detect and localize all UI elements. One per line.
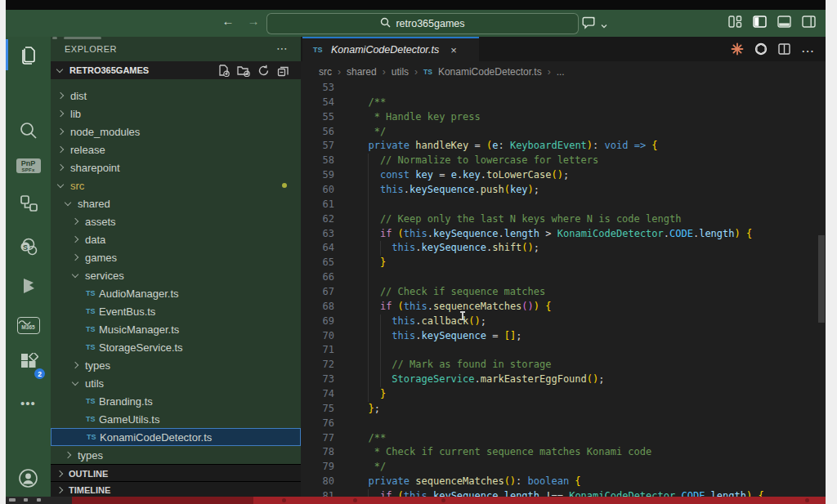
ts-file-icon: TS: [86, 343, 99, 351]
code-line-65[interactable]: 65 }: [301, 256, 826, 270]
tree-item-dist[interactable]: dist: [51, 87, 301, 105]
hierarchy-view-icon[interactable]: [6, 185, 51, 221]
toggle-secondary-sidebar-icon[interactable]: [802, 16, 816, 28]
code-editor[interactable]: 5354 /**55 * Handle key press56 */57 pri…: [301, 81, 826, 504]
workspace-section-header[interactable]: RETRO365GAMES: [51, 61, 301, 79]
tree-item-src[interactable]: src: [51, 176, 301, 194]
tree-item-shared[interactable]: shared: [51, 194, 301, 212]
code-text: this.keySequence.shift();: [356, 241, 539, 256]
code-line-72[interactable]: 72 // Mark as found in storage: [301, 358, 826, 372]
forward-button[interactable]: →: [245, 14, 262, 28]
tree-item-types[interactable]: types: [51, 446, 301, 464]
breadcrumb-item[interactable]: shared: [347, 66, 377, 78]
split-editor-icon[interactable]: [778, 43, 790, 58]
toggle-primary-sidebar-icon[interactable]: [753, 16, 767, 28]
tree-item-eventbus-ts[interactable]: TSEventBus.ts: [51, 302, 301, 320]
chat-icon[interactable]: [582, 16, 598, 33]
code-line-59[interactable]: 59 const key = e.key.toLowerCase();: [301, 168, 826, 183]
code-line-73[interactable]: 73 StorageService.markEasterEggFound();: [301, 372, 826, 387]
code-line-74[interactable]: 74 }: [301, 387, 826, 402]
tab-close-icon[interactable]: ×: [450, 44, 457, 56]
power-platform-view-icon[interactable]: [6, 268, 51, 304]
tree-item-games[interactable]: games: [51, 248, 301, 266]
tree-item-gameutils-ts[interactable]: TSGameUtils.ts: [51, 410, 301, 428]
tree-item-konamicodedetector-ts[interactable]: TSKonamiCodeDetector.ts: [51, 428, 301, 446]
tree-item-utils[interactable]: utils: [51, 374, 301, 392]
code-line-69[interactable]: 69 this.callback();: [301, 314, 826, 329]
code-line-64[interactable]: 64 this.keySequence.shift();: [301, 241, 826, 256]
search-view-icon[interactable]: [6, 112, 51, 148]
breadcrumb-item[interactable]: utils: [392, 66, 409, 78]
new-file-icon[interactable]: [217, 65, 230, 77]
code-line-62[interactable]: 62 // Keep only the last N keys where N …: [301, 212, 826, 227]
extensions-view-icon[interactable]: 2: [6, 345, 51, 381]
tree-item-storageservice-ts[interactable]: TSStorageService.ts: [51, 338, 301, 356]
tree-item-musicmanager-ts[interactable]: TSMusicManager.ts: [51, 320, 301, 338]
breadcrumb-item[interactable]: KonamiCodeDetector.ts: [438, 66, 542, 78]
tree-item-lib[interactable]: lib: [51, 105, 301, 123]
account-icon[interactable]: [6, 460, 51, 496]
indent-guide: [368, 183, 369, 198]
chat-dropdown-chevron-icon[interactable]: [601, 17, 607, 32]
code-line-60[interactable]: 60 this.keySequence.push(key);: [301, 183, 826, 198]
back-button[interactable]: ←: [220, 14, 236, 28]
command-center-search[interactable]: retro365games: [266, 13, 579, 34]
pnp-spfx-view-icon[interactable]: PnPSPFx: [6, 148, 51, 184]
editor-more-actions-icon[interactable]: ⋯: [801, 43, 814, 59]
line-number: 60: [301, 183, 334, 198]
toggle-panel-icon[interactable]: [777, 16, 791, 28]
tree-item-audiomanager-ts[interactable]: TSAudioManager.ts: [51, 284, 301, 302]
openai-icon[interactable]: [754, 42, 768, 59]
breadcrumb-item[interactable]: src: [319, 66, 332, 78]
refresh-icon[interactable]: [257, 65, 270, 77]
code-line-68[interactable]: 68 if (this.sequenceMatches()) {: [301, 300, 826, 314]
m365-view-icon[interactable]: M365: [6, 307, 51, 343]
collapse-folders-icon[interactable]: [277, 65, 289, 77]
code-text: * Check if current sequence matches Kona…: [356, 445, 651, 460]
code-line-56[interactable]: 56 */: [301, 125, 826, 140]
claude-extension-icon[interactable]: [731, 42, 744, 59]
chevron-right-icon: [72, 218, 78, 225]
tree-item-assets[interactable]: assets: [51, 212, 301, 230]
code-line-61[interactable]: 61: [301, 198, 826, 212]
code-line-58[interactable]: 58 // Normalize to lowercase for letters: [301, 154, 826, 168]
code-text: }: [356, 387, 386, 402]
code-line-70[interactable]: 70 this.keySequence = [];: [301, 329, 826, 344]
timeline-section[interactable]: TIMELINE: [51, 481, 301, 497]
tree-item-node-modules[interactable]: node_modules: [51, 123, 301, 140]
code-line-71[interactable]: 71: [301, 343, 826, 358]
code-line-66[interactable]: 66: [301, 270, 826, 285]
code-line-76[interactable]: 76: [301, 417, 826, 431]
tree-item-branding-ts[interactable]: TSBranding.ts: [51, 392, 301, 410]
code-line-57[interactable]: 57 private handleKey = (e: KeyboardEvent…: [301, 139, 826, 154]
screen: ← → retro365games: [0, 0, 837, 504]
outline-section[interactable]: OUTLINE: [51, 464, 301, 482]
code-line-78[interactable]: 78 * Check if current sequence matches K…: [301, 445, 826, 460]
code-line-80[interactable]: 80 private sequenceMatches(): boolean {: [301, 475, 826, 489]
more-views-icon[interactable]: •••: [6, 385, 51, 421]
code-line-53[interactable]: 53: [301, 81, 826, 96]
sharepoint-view-icon[interactable]: S: [6, 229, 51, 265]
tree-item-services[interactable]: services: [51, 266, 301, 284]
tree-item-data[interactable]: data: [51, 230, 301, 248]
tab-konamicodedetector[interactable]: TS KonamiCodeDetector.ts ×: [302, 37, 479, 61]
new-folder-icon[interactable]: [237, 65, 250, 77]
code-line-67[interactable]: 67 // Check if sequence matches: [301, 285, 826, 300]
tree-item-types[interactable]: types: [51, 356, 301, 374]
chevron-right-icon: [57, 164, 64, 171]
line-number: 79: [301, 460, 334, 475]
breadcrumb-item[interactable]: ...: [557, 66, 565, 78]
tree-item-release[interactable]: release: [51, 140, 301, 158]
line-number: 54: [301, 96, 334, 110]
code-line-75[interactable]: 75 };: [301, 402, 826, 417]
tree-item-sharepoint[interactable]: sharepoint: [51, 158, 301, 176]
code-line-55[interactable]: 55 * Handle key press: [301, 110, 826, 125]
code-line-63[interactable]: 63 if (this.keySequence.length > KonamiC…: [301, 227, 826, 242]
code-line-77[interactable]: 77 /**: [301, 431, 826, 446]
explorer-view-icon[interactable]: [6, 38, 51, 74]
customize-layout-icon[interactable]: [728, 16, 742, 28]
code-line-54[interactable]: 54 /**: [301, 96, 826, 110]
editor-scrollbar[interactable]: [818, 235, 825, 323]
explorer-more-actions-icon[interactable]: ⋯: [276, 42, 288, 55]
code-line-79[interactable]: 79 */: [301, 460, 826, 475]
